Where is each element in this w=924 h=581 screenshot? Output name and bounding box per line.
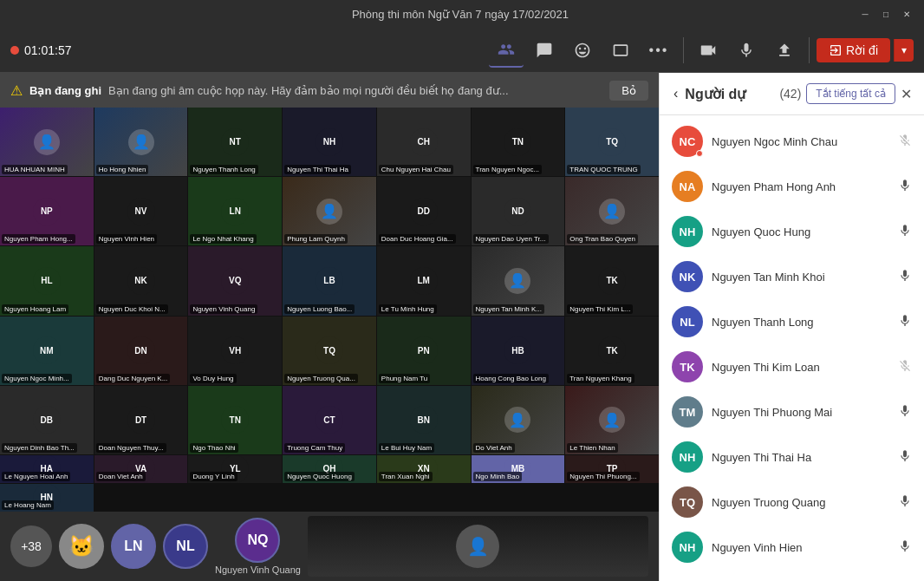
cell-participant-name: Vo Duy Hung [190, 374, 236, 383]
chat-button[interactable] [527, 33, 562, 68]
toolbar-divider-2 [809, 37, 810, 63]
cell-participant-name: Truong Cam Thuy [284, 443, 345, 453]
title-bar: Phòng thi môn Ngữ Văn 7 ngày 17/02/2021 … [0, 0, 924, 28]
cell-participant-name: Hoang Cong Bao Long [473, 374, 549, 383]
participant-item[interactable]: TQNguyen Truong Quang [660, 480, 924, 525]
sidebar-close-button[interactable]: ✕ [901, 86, 912, 102]
video-cell: CTTruong Cam Thuy [283, 386, 376, 454]
upload-button[interactable] [767, 33, 802, 68]
video-cell: 👤Ho Hong Nhien [94, 108, 188, 176]
video-cell: NDNguyen Dao Uyen Tr... [472, 177, 565, 245]
participant-item[interactable]: NCNguyen Ngoc Minh Chau [660, 119, 924, 164]
recording-banner: ⚠ Bạn đang ghi Bạn đang ghi âm cuộc họp … [0, 73, 659, 108]
video-cell: TNTran Nguyen Ngoc... [472, 108, 565, 176]
participant-name: Nguyen Thi Thai Ha [712, 451, 889, 464]
video-cell: BNLe Bui Huy Nam [377, 386, 471, 454]
video-cell: VADoan Viet Anh [94, 455, 188, 483]
bottom-bar: +38 🐱 LN NL NQ Nguyen Vinh Quang [0, 512, 659, 581]
participant-item[interactable]: NANguyen Pham Hong Anh [660, 164, 924, 209]
participant-item[interactable]: NHNguyen Quoc Hung [660, 209, 924, 254]
extra-participants-count[interactable]: +38 [10, 526, 52, 567]
cell-participant-name: Doan Duc Hoang Gia... [379, 234, 456, 244]
participant-name: Nguyen Thi Phuong Mai [712, 406, 889, 419]
bottom-avatar-emoji[interactable]: 🐱 [59, 524, 104, 569]
mic-on-icon [898, 224, 912, 240]
video-cell: YLDuong Y Linh [188, 455, 282, 483]
toolbar: 01:01:57 ••• [0, 28, 924, 73]
video-cell: DNDang Duc Nguyen K... [94, 317, 188, 385]
cell-participant-name: Nguyen Quoc Huong [284, 472, 355, 481]
bottom-avatar-ln[interactable]: LN [111, 524, 156, 569]
cell-participant-name: Le Hoang Nam [2, 500, 54, 510]
cell-participant-name: Ngo Thao Nhi [190, 443, 238, 453]
video-cell: LBNguyen Luong Bao... [283, 246, 376, 315]
cell-participant-name: TRAN QUOC TRUNG [567, 165, 641, 174]
more-button[interactable]: ••• [641, 33, 676, 68]
video-cell: TPNguyen Thi Phuong... [565, 455, 659, 483]
participant-name: Nguyen Pham Hong Anh [712, 180, 889, 193]
participant-name: Nguyen Tan Minh Khoi [712, 271, 889, 284]
video-cell: XNTran Xuan Nghi [377, 455, 471, 483]
video-cell: NKNguyen Duc Khoi N... [94, 246, 188, 315]
leave-dropdown-button[interactable]: ▾ [894, 39, 914, 62]
video-cell: VHVo Duy Hung [188, 317, 282, 385]
cell-participant-name: Nguyen Duc Khoi N... [96, 304, 168, 314]
cell-participant-name: Doan Viet Anh [96, 472, 146, 481]
leave-button[interactable]: Rời đi [817, 38, 890, 62]
dismiss-recording-button[interactable]: Bỏ [609, 81, 648, 101]
cell-participant-name: Duong Y Linh [190, 472, 237, 481]
participant-item[interactable]: NKNguyen Tan Minh Khoi [660, 254, 924, 299]
share-button[interactable] [603, 33, 638, 68]
mute-all-button[interactable]: Tắt tiếng tất cả [806, 83, 895, 104]
cell-participant-name: Nguyen Thi Thai Ha [284, 165, 351, 174]
cell-participant-name: Le Tu Minh Hung [379, 304, 437, 314]
cell-participant-name: Nguyen Tan Minh K... [473, 304, 544, 314]
cell-participant-name: Nguyen Thi Phuong... [567, 472, 639, 481]
video-cell: 👤Nguyen Tan Minh K... [472, 246, 565, 315]
cell-participant-name: Nguyen Dinh Bao Th... [2, 443, 77, 453]
mic-on-icon [898, 449, 912, 466]
cell-participant-name: Nguyen Thanh Long [190, 165, 257, 174]
video-cell: TKTran Nguyen Khang [565, 317, 659, 385]
participant-item[interactable]: TKNguyen Thi Kim Loan [660, 344, 924, 389]
video-cell: HALe Nguyen Hoai Anh [0, 455, 94, 483]
video-cell: PNPhung Nam Tu [377, 317, 471, 385]
timer-text: 01:01:57 [24, 43, 72, 57]
mic-on-icon [898, 539, 912, 556]
participant-name: Nguyen Quoc Hung [712, 225, 889, 238]
video-cell: 👤Do Viet Anh [472, 386, 565, 454]
maximize-button[interactable]: □ [879, 7, 893, 21]
timer-display: 01:01:57 [10, 43, 72, 57]
video-cell: MBNgo Minh Bao [472, 455, 565, 483]
video-cell: CHChu Nguyen Hai Chau [377, 108, 471, 176]
cell-participant-name: Ngo Minh Bao [473, 472, 523, 481]
cell-participant-name: Nguyen Hoang Lam [2, 304, 68, 314]
participant-item[interactable]: TMNguyen Thi Phuong Mai [660, 389, 924, 434]
bottom-avatar-nq[interactable]: NQ [235, 518, 280, 563]
video-cell: DDDoan Duc Hoang Gia... [377, 177, 471, 245]
participants-button[interactable] [489, 33, 524, 68]
mic-button[interactable] [729, 33, 764, 68]
cell-participant-name: Le Thien Nhan [567, 443, 617, 453]
minimize-button[interactable]: ─ [858, 7, 872, 21]
participant-item[interactable]: NHNguyen Vinh Hien [660, 525, 924, 570]
sidebar: ‹ Người dự (42) Tắt tiếng tất cả ✕ NCNgu… [659, 73, 924, 581]
reaction-button[interactable] [565, 33, 600, 68]
participant-item[interactable]: NHNguyen Thi Thai Ha [660, 434, 924, 480]
mic-on-icon [898, 269, 912, 285]
cell-participant-name: Chu Nguyen Hai Chau [379, 165, 453, 174]
camera-button[interactable] [691, 33, 726, 68]
mic-on-icon [898, 179, 912, 195]
cell-participant-name: Nguyen Dao Uyen Tr... [473, 234, 549, 244]
sidebar-back-button[interactable]: ‹ [672, 84, 680, 103]
participant-name: Nguyen Thanh Long [712, 316, 889, 329]
close-button[interactable]: ✕ [900, 7, 914, 21]
mic-off-icon [898, 134, 912, 150]
video-cell: HBHoang Cong Bao Long [472, 317, 565, 385]
participant-item[interactable]: NLNguyen Thanh Long [660, 299, 924, 344]
bottom-avatar-nl[interactable]: NL [163, 524, 208, 569]
cell-participant-name: Phung Nam Tu [379, 374, 430, 383]
cell-participant-name: Do Viet Anh [473, 443, 515, 453]
cell-participant-name: Tran Nguyen Ngoc... [473, 165, 543, 174]
video-area: ⚠ Bạn đang ghi Bạn đang ghi âm cuộc họp … [0, 73, 659, 581]
